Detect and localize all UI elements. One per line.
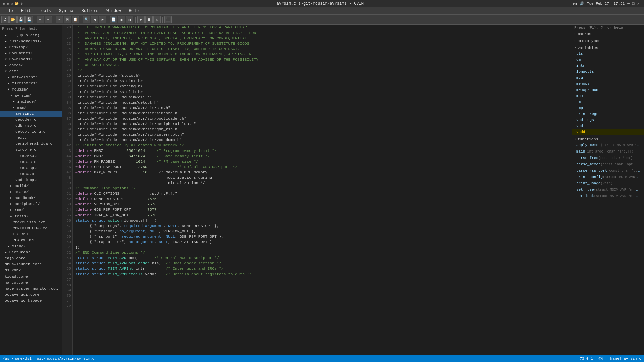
tb-stop[interactable]: ⏹ — [145, 16, 153, 23]
menu-window[interactable]: Window — [104, 8, 123, 14]
win-minimize[interactable]: ─ — [627, 2, 630, 6]
tree-item[interactable]: octave-gui.core — [0, 292, 62, 298]
panel-item[interactable]: vcd_regs — [572, 117, 644, 123]
tree-item[interactable]: CONTRIBUTING.md — [0, 225, 62, 231]
tree-item[interactable]: ▸ games/ — [0, 62, 62, 68]
tree-item[interactable]: octave-workspace — [0, 298, 62, 304]
tree-item[interactable]: ▸ Documents/ — [0, 50, 62, 56]
tree-item[interactable]: simm2560.c — [0, 153, 62, 159]
panel-section-header-macros[interactable]: ▸ macros — [572, 31, 644, 37]
tree-item[interactable]: ▸ include/ — [0, 99, 62, 105]
panel-section-header-variables[interactable]: ▾ variables — [572, 45, 644, 51]
tb-copy[interactable]: ⎘ — [64, 16, 71, 23]
tree-item[interactable]: simm8a.c — [0, 171, 62, 177]
tree-item[interactable]: ▸ cmake/ — [0, 189, 62, 195]
tree-item[interactable]: ▸ tests/ — [0, 213, 62, 219]
tb-save[interactable]: 💾 — [17, 16, 25, 23]
panel-item[interactable]: longopts — [572, 69, 644, 75]
win-maximize[interactable]: □ — [632, 2, 635, 6]
tree-item[interactable]: dbus-launch.core — [0, 261, 62, 267]
tb-cut[interactable]: ✂ — [56, 16, 63, 23]
tb-new[interactable]: 🗋 — [1, 16, 9, 23]
tree-item[interactable]: marco.core — [0, 280, 62, 286]
tb-diff1[interactable]: ◧ — [118, 16, 125, 23]
tree-item[interactable]: ▸ firesparks/ — [0, 80, 62, 86]
menu-buffers[interactable]: Buffers — [79, 8, 100, 14]
tree-item[interactable]: ▸ handbook/ — [0, 195, 62, 201]
tree-item[interactable]: README.md — [0, 237, 62, 243]
tb-save-all[interactable]: 💾 — [25, 16, 33, 23]
tb-find[interactable]: 🔍 — [83, 16, 90, 23]
tree-item[interactable]: mate-system-monitor.core — [0, 286, 62, 292]
menu-file[interactable]: File — [1, 8, 15, 14]
tree-item[interactable]: avrsim.c — [0, 111, 62, 117]
tree-item[interactable]: ds.kdbx — [0, 267, 62, 274]
panel-section-header-functions[interactable]: ▾ functions — [572, 136, 644, 142]
tree-item[interactable]: kicad.core — [0, 274, 62, 280]
tb-open[interactable]: 📂 — [9, 16, 17, 23]
tree-item[interactable]: ▸ /usr/home/dsl/ — [0, 38, 62, 44]
win-close[interactable]: ✕ — [637, 1, 639, 6]
code-editor[interactable]: 2021222324252627282930313233343536373839… — [62, 25, 572, 355]
menu-syntax[interactable]: Syntax — [57, 8, 75, 14]
tb-files[interactable]: 📄 — [110, 16, 117, 23]
tb-next[interactable]: ▶ — [99, 16, 106, 23]
tree-item[interactable]: ▾ avrsim/ — [0, 93, 62, 99]
panel-item[interactable]: parse_rsp_port(const char *opt) — [572, 168, 644, 174]
panel-item[interactable]: mcu — [572, 75, 644, 81]
panel-item[interactable]: print_usage(void) — [572, 180, 644, 187]
tree-item[interactable]: hex.c — [0, 135, 62, 141]
tree-item[interactable]: ▸ build/ — [0, 183, 62, 189]
code-lines[interactable]: * THE IMPLIED WARRANTIES OF MERCHANTABIL… — [73, 25, 572, 355]
tb-run[interactable]: ▶ — [137, 16, 145, 23]
tree-item[interactable]: ▸ dht-client/ — [0, 74, 62, 80]
panel-item[interactable]: memops — [572, 81, 644, 87]
tree-item[interactable]: caja.core — [0, 255, 62, 261]
tree-item[interactable]: simm328p.c — [0, 165, 62, 171]
tree-item[interactable]: ▾ git/ — [0, 68, 62, 74]
tb-terminal[interactable]: ⬛ — [164, 16, 172, 23]
panel-item[interactable]: intr — [572, 63, 644, 69]
tree-item[interactable]: vcd_dump.c — [0, 177, 62, 183]
tree-item[interactable]: ▸ rom/ — [0, 207, 62, 213]
tb-compile[interactable]: ⚙ — [153, 16, 161, 23]
tb-paste[interactable]: 📋 — [72, 16, 79, 23]
panel-item[interactable]: memops_num — [572, 87, 644, 93]
menu-help[interactable]: Help — [127, 8, 141, 14]
tb-redo[interactable]: ↪ — [45, 16, 52, 23]
menu-edit[interactable]: Edit — [19, 8, 33, 14]
menu-tools[interactable]: Tools — [37, 8, 53, 14]
panel-item[interactable]: pm — [572, 99, 644, 105]
tree-item[interactable]: ▾ mcusim/ — [0, 86, 62, 93]
tb-prev[interactable]: ◀ — [91, 16, 98, 23]
tree-item[interactable]: ▸ xling/ — [0, 243, 62, 249]
tree-item[interactable]: ▸ peripheral/ — [0, 201, 62, 207]
tree-item[interactable]: gdb_rsp.c — [0, 123, 62, 129]
panel-item[interactable]: mpm — [572, 93, 644, 99]
panel-item[interactable]: main(int argc, char *argv[]) — [572, 148, 644, 155]
tree-item[interactable]: ▸ .. (up a dir) — [0, 32, 62, 38]
tree-item[interactable]: ▸ Pictures/ — [0, 249, 62, 255]
panel-item[interactable]: dm — [572, 57, 644, 63]
tree-item[interactable]: simcore.c — [0, 147, 62, 153]
tree-item[interactable]: ▸ Desktop/ — [0, 44, 62, 50]
tree-item[interactable]: peripheral_lua.c — [0, 141, 62, 147]
tree-item[interactable]: decoder.c — [0, 117, 62, 123]
tree-item[interactable]: ▾ man/ — [0, 105, 62, 111]
panel-item[interactable]: set_fuse(struct MSIM_AVR *m, struc) — [572, 187, 644, 193]
panel-item[interactable]: pmp — [572, 105, 644, 111]
tree-item[interactable]: CMakeLists.txt — [0, 219, 62, 225]
tree-item[interactable]: getopt_long.c — [0, 129, 62, 135]
tree-item[interactable]: simm328.c — [0, 159, 62, 165]
panel-section-header-prototypes[interactable]: ▸ prototypes — [572, 38, 644, 44]
panel-item[interactable]: print_regs — [572, 111, 644, 117]
panel-item[interactable]: parse_memop(const char *opt) — [572, 161, 644, 168]
panel-item[interactable]: parse_freq(const char *opt) — [572, 155, 644, 161]
tb-diff2[interactable]: ◨ — [126, 16, 133, 23]
panel-item[interactable]: vcd_rn — [572, 123, 644, 129]
panel-item[interactable]: bls — [572, 51, 644, 57]
tree-item[interactable]: LICENSE — [0, 231, 62, 237]
tb-undo[interactable]: ↩ — [37, 16, 44, 23]
panel-item[interactable]: vcdd — [572, 129, 644, 135]
panel-item[interactable]: set_lock(struct MSIM_AVR *m, struc) — [572, 193, 644, 199]
